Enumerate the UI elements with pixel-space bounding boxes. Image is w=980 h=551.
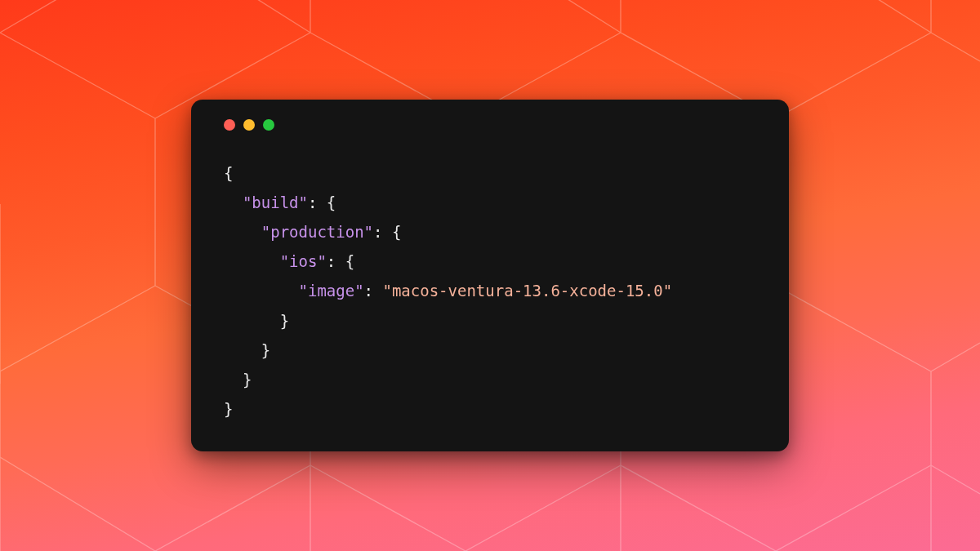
code-window: { "build": { "production": { "ios": { "i… (191, 100, 789, 451)
svg-line-33 (466, 465, 621, 551)
json-string-value: "macos-ventura-13.6-xcode-15.0" (382, 282, 672, 300)
svg-line-8 (155, 0, 310, 33)
svg-line-30 (310, 465, 466, 551)
svg-line-31 (621, 465, 776, 551)
json-brace: } (261, 341, 270, 359)
svg-line-9 (466, 0, 621, 33)
json-brace: } (224, 400, 233, 418)
json-key: "image" (299, 282, 364, 300)
svg-line-18 (0, 286, 155, 371)
window-maximize-icon[interactable] (263, 119, 274, 131)
window-traffic-lights (224, 119, 756, 131)
svg-line-23 (776, 286, 931, 371)
svg-line-1 (0, 33, 155, 118)
svg-line-0 (0, 0, 139, 33)
json-brace: { (327, 193, 336, 211)
json-brace: } (243, 371, 252, 389)
window-minimize-icon[interactable] (243, 119, 255, 131)
json-brace: { (224, 164, 233, 182)
svg-line-29 (155, 465, 310, 551)
svg-line-6 (776, 33, 931, 118)
json-code-block: { "build": { "production": { "ios": { "i… (224, 158, 756, 424)
json-key: "build" (243, 193, 308, 211)
svg-line-7 (931, 33, 980, 61)
json-colon: : (364, 282, 383, 300)
json-brace: { (345, 252, 354, 270)
svg-line-34 (776, 465, 931, 551)
svg-line-32 (0, 457, 155, 551)
json-brace: { (392, 223, 401, 241)
svg-line-24 (931, 343, 980, 371)
json-colon: : (308, 193, 327, 211)
json-brace: } (280, 312, 289, 330)
json-key: "production" (261, 223, 373, 241)
window-close-icon[interactable] (224, 119, 235, 131)
json-colon: : (373, 223, 392, 241)
svg-line-35 (931, 465, 980, 494)
json-key: "ios" (280, 252, 327, 270)
svg-line-10 (776, 0, 931, 33)
json-colon: : (327, 252, 345, 270)
